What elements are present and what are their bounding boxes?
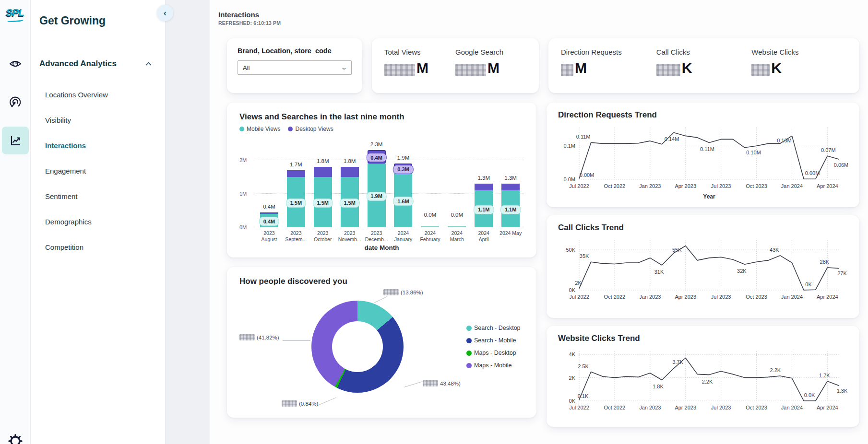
legend-item[interactable]: Maps - Mobile bbox=[466, 362, 521, 369]
bar[interactable] bbox=[448, 226, 466, 227]
total-value-label: 0.4M bbox=[263, 204, 275, 210]
mobile-value-pill: 1.1M bbox=[500, 205, 521, 214]
nav-content-gap bbox=[166, 0, 210, 444]
sidebar-item-locations-overview[interactable]: Locations Overview bbox=[39, 82, 165, 107]
bar[interactable] bbox=[314, 167, 332, 227]
total-value-label: 1.3M bbox=[504, 175, 517, 181]
desktop-value-pill: 0.4M bbox=[366, 153, 386, 162]
svg-text:0.06M: 0.06M bbox=[834, 162, 848, 168]
x-axis-title: date Month bbox=[239, 244, 524, 251]
kpi-label: Website Clicks bbox=[751, 48, 847, 56]
kpi-value: K bbox=[751, 60, 847, 76]
svg-text:55K: 55K bbox=[672, 247, 682, 253]
legend-item[interactable]: Search - Mobile bbox=[466, 337, 521, 344]
sidebar-item-interactions[interactable]: Interactions bbox=[39, 133, 165, 158]
sidebar-item-competition[interactable]: Competition bbox=[39, 234, 165, 260]
bar-column: 0.4M0.4M bbox=[256, 137, 283, 227]
redacted-value bbox=[751, 64, 770, 76]
redacted-value bbox=[423, 380, 438, 386]
svg-text:32K: 32K bbox=[737, 268, 747, 274]
bar[interactable] bbox=[341, 167, 359, 227]
logo-text: SPL bbox=[3, 7, 27, 18]
bar-column: 1.1M1.3M bbox=[470, 137, 497, 227]
redacted-value bbox=[383, 289, 399, 295]
kpi-value: M bbox=[561, 60, 656, 76]
svg-text:0K: 0K bbox=[805, 281, 812, 287]
total-value-label: 1.8M bbox=[317, 158, 329, 164]
sidebar-item-demographics[interactable]: Demographics bbox=[39, 209, 165, 234]
chevron-up-icon bbox=[145, 62, 152, 68]
svg-text:35K: 35K bbox=[580, 253, 589, 259]
desktop-views-segment[interactable] bbox=[475, 184, 493, 190]
zero-bar-sliver bbox=[421, 226, 439, 227]
total-value-label: 0.0M bbox=[424, 212, 437, 218]
desktop-views-segment[interactable] bbox=[341, 167, 359, 177]
donut[interactable] bbox=[311, 301, 404, 393]
sidebar-item-visibility[interactable]: Visibility bbox=[39, 107, 165, 133]
label-connector-line bbox=[404, 381, 423, 387]
svg-text:0.0M: 0.0M bbox=[564, 176, 575, 182]
y-axis-tick: 1M bbox=[239, 191, 247, 197]
click-target-icon[interactable] bbox=[2, 88, 29, 116]
total-value-label: 1.9M bbox=[397, 155, 410, 161]
zero-bar-sliver bbox=[448, 226, 466, 227]
kpi-label: Call Clicks bbox=[656, 48, 752, 56]
trend-title: Direction Requests Trend bbox=[558, 110, 848, 120]
svg-text:Apr 2023: Apr 2023 bbox=[675, 294, 696, 300]
views-kpi-card: Total Views M Google Search M bbox=[372, 38, 539, 93]
kpi-suffix: M bbox=[488, 60, 499, 76]
label-connector-line bbox=[318, 397, 336, 406]
svg-text:Oct 2022: Oct 2022 bbox=[604, 183, 626, 189]
nav-items: Locations Overview Visibility Interactio… bbox=[39, 82, 165, 260]
charts-grid: Views and Searches in the last nine mont… bbox=[227, 103, 859, 427]
dropdown-value: All bbox=[243, 64, 342, 71]
website-clicks-trend-card: Website Clicks Trend 0K2K4KJul 2022Oct 2… bbox=[547, 326, 859, 427]
svg-text:1.8K: 1.8K bbox=[653, 384, 664, 389]
svg-text:Jan 2023: Jan 2023 bbox=[639, 294, 661, 300]
legend-item[interactable]: Search - Desktop bbox=[466, 325, 521, 331]
svg-text:1.7K: 1.7K bbox=[819, 373, 830, 378]
sidebar-item-engagement[interactable]: Engagement bbox=[39, 158, 165, 184]
legend-item[interactable]: Desktop Views bbox=[288, 126, 333, 132]
svg-text:Jul 2023: Jul 2023 bbox=[711, 405, 731, 410]
redacted-value bbox=[455, 64, 486, 76]
mobile-value-pill: 1.5M bbox=[339, 199, 359, 208]
redacted-value bbox=[282, 400, 297, 407]
desktop-views-segment[interactable] bbox=[314, 167, 332, 177]
total-value-label: 1.8M bbox=[344, 158, 356, 164]
bar-column: 1.6M0.3M1.9M bbox=[390, 137, 417, 227]
kpi-label: Total Views bbox=[384, 48, 455, 56]
donut-slice-label: 43.48%) bbox=[423, 380, 461, 386]
legend-item[interactable]: Maps - Desktop bbox=[466, 350, 521, 356]
line-chart-icon[interactable] bbox=[2, 127, 29, 154]
svg-text:Oct 2023: Oct 2023 bbox=[746, 294, 767, 300]
svg-text:0.0K: 0.0K bbox=[804, 392, 815, 398]
desktop-views-segment[interactable] bbox=[287, 170, 305, 177]
svg-text:Jul 2023: Jul 2023 bbox=[711, 294, 731, 300]
x-axis-tick: 2023August bbox=[256, 230, 283, 243]
svg-text:3.7K: 3.7K bbox=[672, 359, 683, 365]
clicks-kpi-card: Direction Requests M Call Clicks K Websi… bbox=[548, 38, 859, 93]
desktop-views-segment[interactable] bbox=[501, 184, 520, 190]
bar[interactable] bbox=[421, 226, 439, 227]
visibility-eye-icon[interactable] bbox=[2, 50, 29, 78]
sidebar-item-sentiment[interactable]: Sentiment bbox=[39, 184, 165, 209]
donut-plot-area: (13.86%)43.48%)(0.84%)(41.82%) bbox=[239, 286, 458, 407]
kpi-suffix: K bbox=[682, 60, 692, 76]
legend-dot bbox=[466, 363, 472, 368]
direction-requests-line-chart: 0.0M0.1MJul 2022Oct 2022Jan 2023Apr 2023… bbox=[558, 121, 848, 205]
collapse-nav-button[interactable]: ‹ bbox=[157, 5, 173, 21]
filter-title: Brand, Location, store_code bbox=[238, 47, 352, 55]
legend-item[interactable]: Mobile Views bbox=[239, 126, 280, 132]
brand-location-dropdown[interactable]: All ⌄ bbox=[238, 60, 352, 75]
svg-text:0.10M: 0.10M bbox=[746, 150, 761, 155]
mobile-value-pill: 1.9M bbox=[366, 192, 386, 201]
nav-section-advanced-analytics[interactable]: Advanced Analytics bbox=[39, 59, 157, 69]
svg-text:2K: 2K bbox=[575, 280, 582, 286]
svg-text:28K: 28K bbox=[820, 259, 830, 265]
gear-icon[interactable] bbox=[7, 432, 24, 444]
svg-text:0K: 0K bbox=[569, 287, 576, 293]
kpi-value: M bbox=[455, 60, 526, 76]
nav-section-label: Advanced Analytics bbox=[39, 59, 146, 69]
trend-title: Website Clicks Trend bbox=[558, 334, 848, 343]
